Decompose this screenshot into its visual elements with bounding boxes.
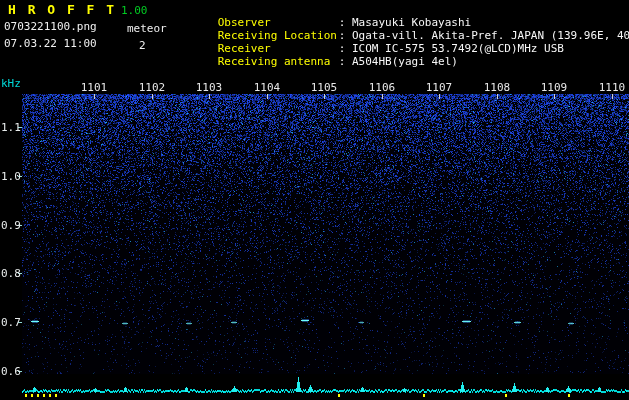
x-tick-label: 1103 [193, 81, 225, 94]
info-value: : A504HB(yagi 4el) [339, 55, 458, 68]
x-tick-label: 1105 [308, 81, 340, 94]
output-filename: 0703221100.png [4, 20, 97, 33]
info-label: Receiving antenna [218, 55, 339, 68]
x-tick-label: 1108 [481, 81, 513, 94]
x-tick-label: 1110 [596, 81, 628, 94]
x-tick-label: 1102 [136, 81, 168, 94]
y-axis-unit: kHz [1, 77, 21, 90]
y-tick-label: 0.6 [1, 365, 21, 378]
x-tick-label: 1106 [366, 81, 398, 94]
y-tick-label: 0.8 [1, 267, 21, 280]
x-tick-label: 1104 [251, 81, 283, 94]
y-tick-label: 0.7 [1, 316, 21, 329]
hrofft-screen: H R O F F T 1.00 0703221100.png meteor 0… [0, 0, 629, 400]
x-tick-label: 1101 [78, 81, 110, 94]
y-tick-label: 1.0 [1, 170, 21, 183]
meteor-count: 2 [139, 39, 146, 52]
info-row-antenna: Receiving antenna: A504HB(yagi 4el) [178, 42, 458, 81]
y-tick-label: 0.9 [1, 219, 21, 232]
x-tick-label: 1109 [538, 81, 570, 94]
mode-label: meteor [127, 22, 167, 35]
x-tick-label: 1107 [423, 81, 455, 94]
app-title: H R O F F T [8, 3, 116, 16]
y-tick-label: 1.1 [1, 121, 21, 134]
datetime-label: 07.03.22 11:00 [4, 37, 97, 50]
app-version: 1.00 [121, 4, 148, 17]
